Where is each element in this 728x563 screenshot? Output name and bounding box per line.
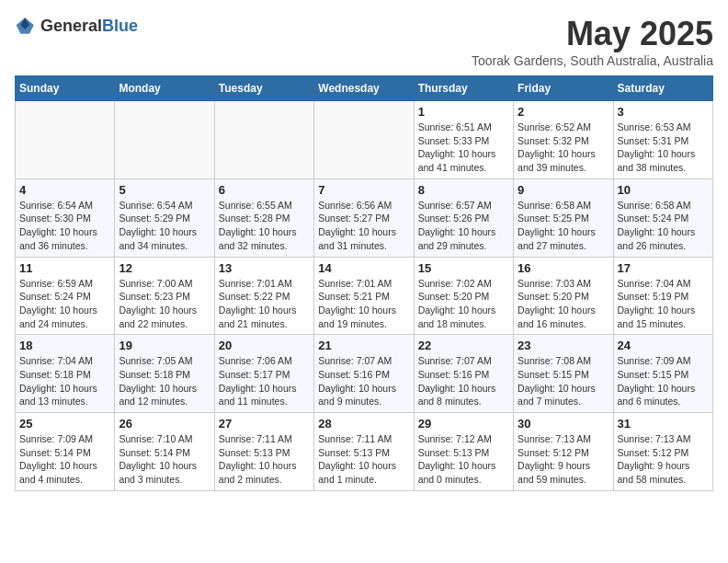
day-number: 4 xyxy=(19,183,110,197)
table-row: 5Sunrise: 6:54 AM Sunset: 5:29 PM Daylig… xyxy=(115,178,214,257)
day-detail: Sunrise: 6:54 AM Sunset: 5:30 PM Dayligh… xyxy=(19,199,110,253)
day-detail: Sunrise: 7:07 AM Sunset: 5:16 PM Dayligh… xyxy=(318,354,409,408)
day-detail: Sunrise: 7:11 AM Sunset: 5:13 PM Dayligh… xyxy=(219,432,310,487)
table-row: 29Sunrise: 7:12 AM Sunset: 5:13 PM Dayli… xyxy=(414,413,513,491)
day-number: 1 xyxy=(418,105,509,119)
day-detail: Sunrise: 7:13 AM Sunset: 5:12 PM Dayligh… xyxy=(518,432,609,487)
day-number: 15 xyxy=(418,261,509,275)
table-row: 27Sunrise: 7:11 AM Sunset: 5:13 PM Dayli… xyxy=(214,413,313,491)
day-detail: Sunrise: 7:10 AM Sunset: 5:14 PM Dayligh… xyxy=(119,432,210,487)
logo-general: General xyxy=(40,17,102,35)
day-number: 27 xyxy=(219,417,310,431)
calendar-week-row: 25Sunrise: 7:09 AM Sunset: 5:14 PM Dayli… xyxy=(16,413,713,491)
day-number: 6 xyxy=(219,183,310,197)
col-friday: Friday xyxy=(514,76,613,101)
day-number: 8 xyxy=(418,183,509,197)
day-detail: Sunrise: 7:05 AM Sunset: 5:18 PM Dayligh… xyxy=(119,354,210,408)
day-number: 7 xyxy=(318,183,409,197)
col-monday: Monday xyxy=(115,76,214,101)
title-area: May 2025 Toorak Gardens, South Australia… xyxy=(472,15,713,68)
day-number: 19 xyxy=(119,339,210,352)
day-number: 17 xyxy=(618,261,709,275)
table-row: 30Sunrise: 7:13 AM Sunset: 5:12 PM Dayli… xyxy=(514,413,613,491)
col-thursday: Thursday xyxy=(414,76,513,101)
day-detail: Sunrise: 7:04 AM Sunset: 5:19 PM Dayligh… xyxy=(618,277,709,331)
table-row: 20Sunrise: 7:06 AM Sunset: 5:17 PM Dayli… xyxy=(214,335,313,413)
calendar-week-row: 1Sunrise: 6:51 AM Sunset: 5:33 PM Daylig… xyxy=(16,101,713,179)
table-row: 9Sunrise: 6:58 AM Sunset: 5:25 PM Daylig… xyxy=(514,178,613,257)
table-row xyxy=(115,101,214,179)
table-row xyxy=(214,101,313,179)
table-row: 15Sunrise: 7:02 AM Sunset: 5:20 PM Dayli… xyxy=(414,257,513,335)
table-row: 18Sunrise: 7:04 AM Sunset: 5:18 PM Dayli… xyxy=(16,335,115,413)
table-row: 16Sunrise: 7:03 AM Sunset: 5:20 PM Dayli… xyxy=(514,257,613,335)
calendar-table: Sunday Monday Tuesday Wednesday Thursday… xyxy=(15,75,713,491)
day-number: 21 xyxy=(318,339,409,352)
table-row: 3Sunrise: 6:53 AM Sunset: 5:31 PM Daylig… xyxy=(613,101,712,179)
day-detail: Sunrise: 6:55 AM Sunset: 5:28 PM Dayligh… xyxy=(219,199,310,253)
day-detail: Sunrise: 6:59 AM Sunset: 5:24 PM Dayligh… xyxy=(19,277,110,331)
calendar-header-row: Sunday Monday Tuesday Wednesday Thursday… xyxy=(16,76,713,101)
calendar-week-row: 18Sunrise: 7:04 AM Sunset: 5:18 PM Dayli… xyxy=(16,335,713,413)
day-number: 20 xyxy=(219,339,310,352)
day-detail: Sunrise: 6:58 AM Sunset: 5:25 PM Dayligh… xyxy=(518,199,609,253)
day-detail: Sunrise: 7:12 AM Sunset: 5:13 PM Dayligh… xyxy=(418,432,509,487)
day-number: 14 xyxy=(318,261,409,275)
day-number: 30 xyxy=(518,417,609,431)
table-row: 1Sunrise: 6:51 AM Sunset: 5:33 PM Daylig… xyxy=(414,101,513,179)
table-row: 28Sunrise: 7:11 AM Sunset: 5:13 PM Dayli… xyxy=(314,413,414,491)
day-detail: Sunrise: 7:02 AM Sunset: 5:20 PM Dayligh… xyxy=(418,277,509,331)
table-row: 21Sunrise: 7:07 AM Sunset: 5:16 PM Dayli… xyxy=(314,335,414,413)
table-row: 11Sunrise: 6:59 AM Sunset: 5:24 PM Dayli… xyxy=(16,257,115,335)
logo-icon xyxy=(15,15,37,37)
col-wednesday: Wednesday xyxy=(314,76,414,101)
calendar-week-row: 11Sunrise: 6:59 AM Sunset: 5:24 PM Dayli… xyxy=(16,257,713,335)
day-detail: Sunrise: 7:09 AM Sunset: 5:15 PM Dayligh… xyxy=(618,354,709,408)
table-row xyxy=(16,101,115,179)
table-row xyxy=(314,101,414,179)
col-saturday: Saturday xyxy=(613,76,712,101)
day-number: 28 xyxy=(318,417,409,431)
day-detail: Sunrise: 6:57 AM Sunset: 5:26 PM Dayligh… xyxy=(418,199,509,253)
day-detail: Sunrise: 7:07 AM Sunset: 5:16 PM Dayligh… xyxy=(418,354,509,408)
table-row: 25Sunrise: 7:09 AM Sunset: 5:14 PM Dayli… xyxy=(16,413,115,491)
table-row: 19Sunrise: 7:05 AM Sunset: 5:18 PM Dayli… xyxy=(115,335,214,413)
day-detail: Sunrise: 7:11 AM Sunset: 5:13 PM Dayligh… xyxy=(318,432,409,487)
day-number: 29 xyxy=(418,417,509,431)
table-row: 6Sunrise: 6:55 AM Sunset: 5:28 PM Daylig… xyxy=(214,178,313,257)
table-row: 7Sunrise: 6:56 AM Sunset: 5:27 PM Daylig… xyxy=(314,178,414,257)
day-number: 26 xyxy=(119,417,210,431)
logo: GeneralBlue xyxy=(15,15,138,37)
day-detail: Sunrise: 7:00 AM Sunset: 5:23 PM Dayligh… xyxy=(119,277,210,331)
table-row: 4Sunrise: 6:54 AM Sunset: 5:30 PM Daylig… xyxy=(16,178,115,257)
day-number: 2 xyxy=(518,105,609,119)
day-number: 10 xyxy=(618,183,709,197)
day-detail: Sunrise: 7:13 AM Sunset: 5:12 PM Dayligh… xyxy=(618,432,709,487)
day-detail: Sunrise: 6:54 AM Sunset: 5:29 PM Dayligh… xyxy=(119,199,210,253)
day-number: 31 xyxy=(618,417,709,431)
day-detail: Sunrise: 6:58 AM Sunset: 5:24 PM Dayligh… xyxy=(618,199,709,253)
day-detail: Sunrise: 7:01 AM Sunset: 5:22 PM Dayligh… xyxy=(219,277,310,331)
day-detail: Sunrise: 6:56 AM Sunset: 5:27 PM Dayligh… xyxy=(318,199,409,253)
table-row: 24Sunrise: 7:09 AM Sunset: 5:15 PM Dayli… xyxy=(613,335,712,413)
page-subtitle: Toorak Gardens, South Australia, Austral… xyxy=(472,53,713,68)
day-detail: Sunrise: 7:01 AM Sunset: 5:21 PM Dayligh… xyxy=(318,277,409,331)
page-header: GeneralBlue May 2025 Toorak Gardens, Sou… xyxy=(15,15,713,68)
table-row: 14Sunrise: 7:01 AM Sunset: 5:21 PM Dayli… xyxy=(314,257,414,335)
table-row: 12Sunrise: 7:00 AM Sunset: 5:23 PM Dayli… xyxy=(115,257,214,335)
table-row: 10Sunrise: 6:58 AM Sunset: 5:24 PM Dayli… xyxy=(613,178,712,257)
calendar-week-row: 4Sunrise: 6:54 AM Sunset: 5:30 PM Daylig… xyxy=(16,178,713,257)
day-number: 9 xyxy=(518,183,609,197)
day-detail: Sunrise: 6:53 AM Sunset: 5:31 PM Dayligh… xyxy=(618,121,709,175)
table-row: 26Sunrise: 7:10 AM Sunset: 5:14 PM Dayli… xyxy=(115,413,214,491)
day-detail: Sunrise: 7:09 AM Sunset: 5:14 PM Dayligh… xyxy=(19,432,110,487)
day-detail: Sunrise: 6:52 AM Sunset: 5:32 PM Dayligh… xyxy=(518,121,609,175)
table-row: 31Sunrise: 7:13 AM Sunset: 5:12 PM Dayli… xyxy=(613,413,712,491)
day-number: 11 xyxy=(19,261,110,275)
day-detail: Sunrise: 7:06 AM Sunset: 5:17 PM Dayligh… xyxy=(219,354,310,408)
day-number: 16 xyxy=(518,261,609,275)
day-number: 13 xyxy=(219,261,310,275)
day-number: 5 xyxy=(119,183,210,197)
day-number: 25 xyxy=(19,417,110,431)
day-number: 23 xyxy=(518,339,609,352)
